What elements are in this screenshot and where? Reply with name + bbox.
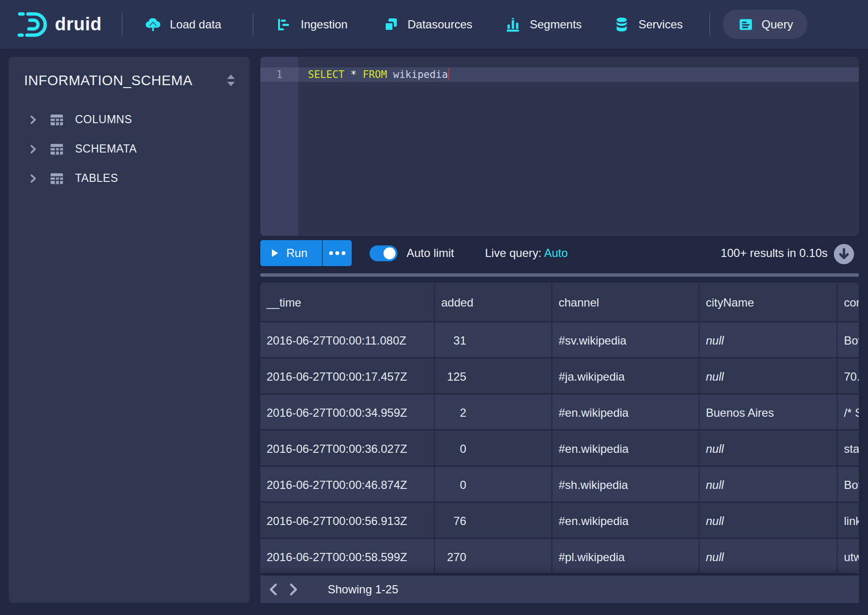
line-number: 1 [260, 67, 298, 82]
tree-item-schemata[interactable]: SCHEMATA [9, 134, 250, 164]
chevron-right-icon[interactable] [28, 115, 38, 125]
table-cell[interactable]: #sh.wikipedia [552, 467, 700, 503]
text-cursor [448, 68, 449, 80]
table-cell[interactable]: utw [838, 539, 859, 575]
table-cell[interactable]: 2016-06-27T00:00:11.080Z [260, 322, 435, 359]
gantt-chart-icon [275, 16, 293, 33]
table-cell[interactable]: 270 [435, 539, 552, 575]
live-query-control: Live query: Auto [485, 240, 568, 266]
table-cell[interactable]: Buenos Aires [700, 395, 838, 431]
druid-logo-icon[interactable] [17, 12, 53, 38]
nav-item-label: Datasources [408, 18, 472, 31]
chevron-right-icon [287, 583, 299, 596]
table-row: 2016-06-27T00:00:11.080Z31#sv.wikipedian… [260, 322, 859, 359]
schema-selector[interactable]: INFORMATION_SCHEMA [9, 57, 250, 99]
column-header-comment[interactable]: comment [838, 282, 859, 322]
table-cell[interactable]: 2016-06-27T00:00:17.457Z [260, 359, 435, 395]
nav-item-datasources[interactable]: Datasources [382, 0, 472, 49]
table-cell[interactable]: null [700, 431, 838, 467]
tree-item-label: COLUMNS [75, 113, 132, 126]
table-cell[interactable]: 2 [435, 395, 552, 431]
stacked-squares-icon [382, 16, 399, 33]
table-cell[interactable]: /* S [838, 395, 859, 431]
nav-item-query-active[interactable]: Query [723, 10, 807, 39]
play-icon [271, 249, 279, 257]
run-button[interactable]: Run [260, 240, 322, 266]
table-cell[interactable]: Bot [838, 322, 859, 359]
sql-text: SELECT * FROM wikipedia [308, 67, 449, 82]
previous-page-button[interactable] [264, 576, 283, 603]
bar-chart-icon [504, 16, 522, 33]
table-cell[interactable]: #pl.wikipedia [552, 539, 700, 575]
editor-line-1[interactable]: 1 SELECT * FROM wikipedia [260, 67, 859, 82]
double-caret-vertical-icon[interactable] [225, 73, 237, 88]
table-icon [49, 142, 65, 156]
schema-tree: COLUMNS SCHEMATA TABLES [9, 105, 250, 193]
table-cell[interactable]: #en.wikipedia [552, 395, 700, 431]
nav-item-segments[interactable]: Segments [504, 0, 582, 49]
auto-limit-label: Auto limit [407, 240, 454, 266]
column-header-cityName[interactable]: cityName [700, 282, 838, 322]
toggle-knob [383, 247, 396, 259]
table-cell[interactable]: 2016-06-27T00:00:56.913Z [260, 503, 435, 539]
chevron-right-icon[interactable] [28, 173, 38, 184]
run-more-options-button[interactable] [323, 240, 352, 266]
column-header-channel[interactable]: channel [552, 282, 700, 322]
table-cell[interactable]: 125 [435, 359, 552, 395]
sql-editor[interactable]: 1 SELECT * FROM wikipedia [260, 57, 859, 236]
editor-gutter [260, 57, 298, 236]
table-cell[interactable]: 0 [435, 467, 552, 503]
table-cell[interactable]: 2016-06-27T00:00:34.959Z [260, 395, 435, 431]
table-cell[interactable]: 70. [838, 359, 859, 395]
table-icon [49, 113, 65, 127]
table-row: 2016-06-27T00:00:46.874Z0#sh.wikipedianu… [260, 467, 859, 503]
live-query-label: Live query: [485, 246, 541, 259]
results-table-header: __timeaddedchannelcityNamecomment [260, 282, 859, 322]
column-header-__time[interactable]: __time [260, 282, 435, 322]
auto-limit-toggle[interactable] [370, 245, 397, 261]
table-icon [49, 171, 65, 186]
results-table: __timeaddedchannelcityNamecomment 2016-0… [260, 282, 859, 575]
tree-item-label: SCHEMATA [75, 142, 137, 155]
download-results-button[interactable] [833, 243, 855, 265]
run-button-label: Run [286, 246, 307, 260]
nav-item-services[interactable]: Services [613, 0, 683, 49]
console-icon [737, 16, 754, 33]
table-cell[interactable]: #sv.wikipedia [552, 322, 700, 359]
table-cell[interactable]: 0 [435, 431, 552, 467]
column-header-added[interactable]: added [435, 282, 552, 322]
cloud-upload-icon [144, 16, 162, 33]
next-page-button[interactable] [283, 576, 303, 603]
table-cell[interactable]: null [700, 503, 838, 539]
table-cell[interactable]: 76 [435, 503, 552, 539]
nav-divider [709, 13, 710, 36]
table-cell[interactable]: null [700, 359, 838, 395]
results-summary: 100+ results in 0.10s [721, 240, 828, 266]
nav-item-ingestion[interactable]: Ingestion [275, 0, 347, 49]
live-query-value[interactable]: Auto [544, 246, 568, 259]
table-cell[interactable]: null [700, 322, 838, 359]
results-panel: __timeaddedchannelcityNamecomment 2016-0… [260, 282, 859, 603]
table-cell[interactable]: null [700, 467, 838, 503]
app-title[interactable]: druid [55, 0, 102, 49]
table-cell[interactable]: #ja.wikipedia [552, 359, 700, 395]
chevron-left-icon [268, 583, 280, 596]
table-cell[interactable]: null [700, 539, 838, 575]
table-row: 2016-06-27T00:00:56.913Z76#en.wikipedian… [260, 503, 859, 539]
table-cell[interactable]: #en.wikipedia [552, 431, 700, 467]
table-cell[interactable]: Bot [838, 467, 859, 503]
tree-item-columns[interactable]: COLUMNS [9, 105, 250, 134]
table-cell[interactable]: 2016-06-27T00:00:36.027Z [260, 431, 435, 467]
database-icon [613, 16, 630, 33]
table-cell[interactable]: 2016-06-27T00:00:58.599Z [260, 539, 435, 575]
tree-item-tables[interactable]: TABLES [9, 164, 250, 193]
panel-resize-handle[interactable] [260, 273, 859, 277]
chevron-right-icon[interactable] [28, 144, 38, 154]
table-cell[interactable]: 2016-06-27T00:00:46.874Z [260, 467, 435, 503]
nav-item-label: Query [762, 18, 793, 31]
table-cell[interactable]: link [838, 503, 859, 539]
nav-item-load-data[interactable]: Load data [144, 0, 221, 49]
table-cell[interactable]: sta [838, 431, 859, 467]
table-cell[interactable]: 31 [435, 322, 552, 359]
table-cell[interactable]: #en.wikipedia [552, 503, 700, 539]
